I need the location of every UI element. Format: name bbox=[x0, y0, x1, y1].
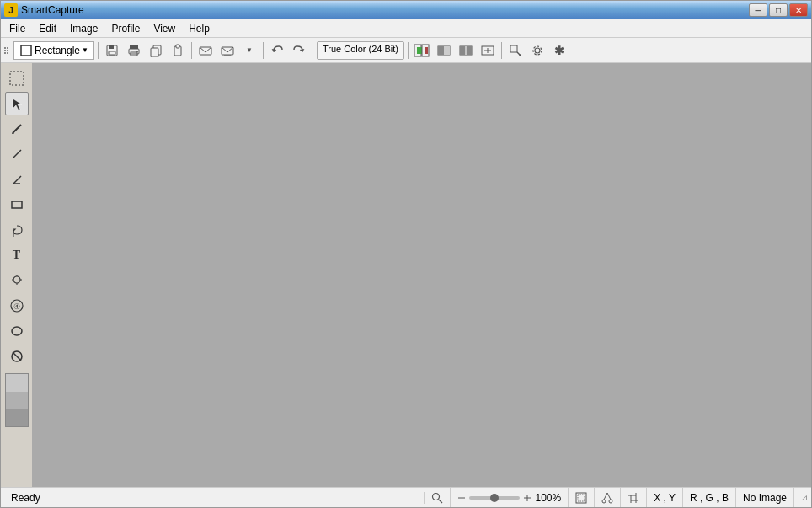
svg-line-51 bbox=[439, 500, 442, 503]
svg-rect-0 bbox=[21, 45, 31, 56]
email-button[interactable] bbox=[195, 41, 216, 60]
angled-line-tool[interactable] bbox=[5, 168, 29, 191]
separator-5 bbox=[408, 42, 409, 59]
rgb-values: R , G , B bbox=[690, 492, 729, 504]
redo-button[interactable] bbox=[289, 41, 309, 60]
brighten-button[interactable] bbox=[478, 41, 498, 60]
ellipse-icon bbox=[10, 324, 24, 338]
svg-rect-18 bbox=[425, 47, 428, 54]
menu-help[interactable]: Help bbox=[182, 21, 216, 36]
window-title: SmartCapture bbox=[21, 4, 745, 16]
separator-3 bbox=[263, 42, 264, 59]
maximize-button[interactable]: □ bbox=[769, 3, 788, 17]
close-button[interactable]: ✕ bbox=[789, 3, 808, 17]
dotted-rect-icon bbox=[8, 70, 25, 87]
dotted-select-tool[interactable] bbox=[5, 67, 29, 90]
no-entry-icon bbox=[10, 350, 24, 363]
svg-rect-56 bbox=[578, 495, 585, 501]
title-bar: J SmartCapture ─ □ ✕ bbox=[1, 1, 811, 19]
wildcard-button[interactable]: ✱ bbox=[549, 41, 569, 60]
xy-coordinates: X , Y bbox=[654, 492, 676, 504]
crop-section bbox=[621, 488, 647, 507]
ellipse-tool[interactable] bbox=[5, 319, 29, 343]
rectangle-tool[interactable] bbox=[5, 193, 29, 217]
save-icon bbox=[105, 44, 119, 57]
zoom-percent: 100% bbox=[535, 492, 561, 504]
main-area: T ④ bbox=[1, 63, 811, 487]
invert-icon bbox=[459, 44, 473, 57]
copy-button[interactable] bbox=[146, 41, 166, 60]
svg-point-40 bbox=[13, 276, 20, 283]
svg-point-7 bbox=[136, 51, 138, 52]
svg-marker-32 bbox=[13, 99, 22, 110]
select-tool[interactable] bbox=[5, 92, 29, 115]
svg-text:④: ④ bbox=[13, 302, 20, 311]
svg-point-47 bbox=[12, 327, 22, 335]
color-mode-button[interactable]: True Color (24 Bit) bbox=[317, 41, 404, 60]
color-replace-button[interactable] bbox=[412, 41, 432, 60]
zoom-plus-icon bbox=[523, 494, 532, 502]
left-toolbar: T ④ bbox=[1, 63, 33, 487]
menu-view[interactable]: View bbox=[147, 21, 182, 36]
resize-icon bbox=[509, 44, 522, 57]
zoom-minus-icon bbox=[457, 494, 466, 502]
rectangle-icon bbox=[19, 44, 33, 57]
send-icon bbox=[221, 44, 234, 57]
dropdown-btn[interactable]: ▼ bbox=[239, 41, 259, 60]
settings-button[interactable] bbox=[527, 41, 548, 60]
grayscale-button[interactable] bbox=[434, 41, 454, 60]
status-text: Ready bbox=[4, 492, 425, 504]
no-image-label: No Image bbox=[743, 492, 787, 504]
app-icon: J bbox=[4, 3, 18, 17]
text-tool[interactable]: T bbox=[5, 243, 29, 267]
capture-section bbox=[569, 488, 595, 507]
print-button[interactable] bbox=[124, 41, 144, 60]
canvas-area[interactable] bbox=[33, 63, 811, 487]
color-info-section: R , G , B bbox=[683, 488, 736, 507]
invert-button[interactable] bbox=[456, 41, 476, 60]
menu-file[interactable]: File bbox=[3, 21, 32, 36]
gear-icon bbox=[531, 44, 544, 57]
svg-point-58 bbox=[609, 500, 612, 503]
svg-rect-9 bbox=[151, 48, 158, 57]
svg-rect-38 bbox=[12, 201, 22, 208]
menu-image[interactable]: Image bbox=[63, 21, 104, 36]
svg-line-33 bbox=[13, 125, 21, 133]
paste-icon bbox=[171, 44, 184, 57]
email2-button[interactable] bbox=[217, 41, 238, 60]
more-arrow-icon: ▼ bbox=[246, 46, 253, 54]
paste-button[interactable] bbox=[168, 41, 188, 60]
lasso-tool[interactable] bbox=[5, 218, 29, 242]
capture-mode-dropdown[interactable]: Rectangle ▼ bbox=[13, 41, 94, 60]
undo-button[interactable] bbox=[267, 41, 287, 60]
separator-4 bbox=[313, 42, 313, 59]
resize-button[interactable] bbox=[505, 41, 526, 60]
zoom-section: 100% bbox=[451, 488, 569, 507]
line-tool[interactable] bbox=[5, 142, 29, 166]
pencil-tool[interactable] bbox=[5, 117, 29, 141]
toolbar: Rectangle ▼ bbox=[1, 38, 811, 63]
color-swatch[interactable] bbox=[5, 373, 29, 427]
email-icon bbox=[199, 44, 212, 57]
menu-profile[interactable]: Profile bbox=[104, 21, 147, 36]
undo-icon bbox=[270, 44, 284, 57]
no-entry-tool[interactable] bbox=[5, 345, 29, 368]
minimize-button[interactable]: ─ bbox=[749, 3, 767, 17]
svg-point-29 bbox=[535, 48, 540, 53]
image-info-section: No Image bbox=[736, 488, 794, 507]
number-tool[interactable]: ④ bbox=[5, 294, 29, 318]
window-controls: ─ □ ✕ bbox=[749, 3, 808, 17]
text-icon: T bbox=[13, 249, 20, 262]
swatch-dark bbox=[6, 409, 28, 426]
menu-edit[interactable]: Edit bbox=[32, 21, 63, 36]
app-window: J SmartCapture ─ □ ✕ File Edit Image Pro… bbox=[0, 0, 812, 508]
zoom-slider-thumb[interactable] bbox=[490, 494, 499, 502]
zoom-slider-track[interactable] bbox=[469, 496, 520, 500]
color-replace-icon bbox=[414, 44, 430, 57]
resize-grip[interactable]: ⊿ bbox=[794, 493, 808, 502]
svg-line-60 bbox=[607, 493, 611, 500]
stamp-tool[interactable] bbox=[5, 269, 29, 292]
svg-rect-2 bbox=[109, 45, 114, 49]
save-button[interactable] bbox=[102, 41, 122, 60]
svg-line-35 bbox=[13, 150, 21, 158]
